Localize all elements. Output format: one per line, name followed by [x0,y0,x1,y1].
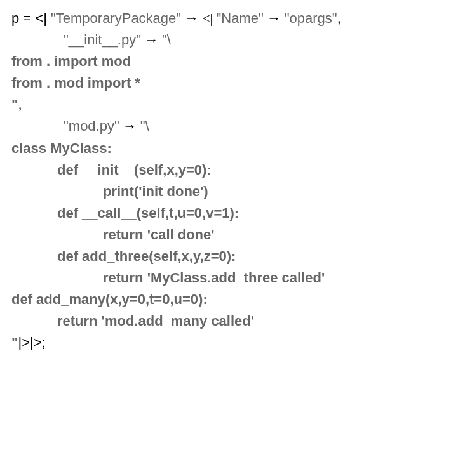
code-line-13: return 'MyClass.add_three called' [11,267,440,289]
code-line-3: from . import mod [11,51,440,72]
key-temporary-package: "TemporaryPackage" [51,10,181,26]
code-line-2: "__init__.py" → "\ [11,29,440,51]
string-open-1: "\ [162,32,171,48]
code-line-15: return 'mod.add_many called' [11,310,440,332]
code-line-10: def __call__(self,t,u=0,v=1): [11,202,440,224]
code-line-1: p = <| "TemporaryPackage" → <| "Name" → … [11,8,440,29]
arrow-4: → [119,118,140,134]
code-line-16: "|>|>; [11,332,440,354]
val-opargs: "opargs" [285,10,337,26]
comma-1: , [337,10,341,26]
arrow-1: → <| [181,10,216,26]
arrow-2: → [264,10,285,26]
code-line-8: def __init__(self,x,y=0): [11,159,440,181]
code-line-11: return 'call done' [11,224,440,246]
code-line-4: from . mod import * [11,72,440,94]
key-mod-py: "mod.py" [64,118,119,134]
string-close-2: " [11,334,18,350]
assoc-close: |>|>; [18,334,45,350]
code-line-5: ", [11,94,440,116]
code-line-14: def add_many(x,y=0,t=0,u=0): [11,289,440,310]
assign-open: p = <| [11,10,51,26]
key-init-py: "__init__.py" [64,32,141,48]
string-close-1: " [11,96,18,112]
code-line-9: print('init done') [11,181,440,202]
code-line-12: def add_three(self,x,y,z=0): [11,246,440,267]
code-line-7: class MyClass: [11,138,440,159]
key-name: "Name" [216,10,263,26]
code-line-6: "mod.py" → "\ [11,116,440,137]
arrow-3: → [141,32,162,48]
comma-2: , [18,96,22,112]
string-open-2: "\ [140,118,149,134]
